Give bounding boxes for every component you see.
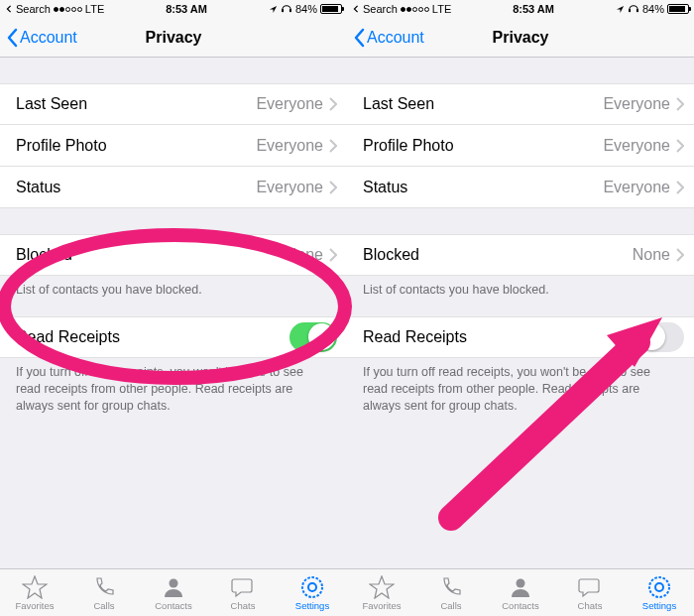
signal-strength-icon: [401, 7, 429, 12]
row-blocked[interactable]: Blocked None: [347, 234, 694, 276]
nav-back-label: Account: [367, 29, 424, 47]
tab-label: Settings: [295, 600, 329, 611]
svg-point-13: [655, 583, 663, 591]
nav-title: Privacy: [146, 29, 202, 47]
tab-favorites[interactable]: Favorites: [0, 569, 69, 616]
row-label: Profile Photo: [16, 137, 256, 155]
back-to-app-chevron-icon: [352, 5, 360, 13]
status-time: 8:53 AM: [166, 3, 207, 15]
row-read-receipts: Read Receipts: [0, 316, 347, 358]
contact-icon: [509, 575, 532, 599]
row-label: Status: [363, 179, 603, 196]
chevron-right-icon: [676, 248, 684, 262]
location-icon: [616, 5, 625, 14]
row-label: Blocked: [16, 246, 286, 264]
status-bar: Search LTE 8:53 AM 84%: [0, 0, 347, 18]
svg-point-12: [649, 577, 669, 597]
tab-bar: Favorites Calls Contacts Chats Settings: [347, 568, 694, 616]
tab-label: Contacts: [502, 600, 539, 611]
tab-settings[interactable]: Settings: [278, 569, 347, 616]
blocked-footer: List of contacts you have blocked.: [347, 276, 694, 299]
row-value: Everyone: [603, 137, 670, 155]
chevron-right-icon: [329, 139, 337, 153]
nav-back-button[interactable]: Account: [353, 28, 424, 48]
row-profile-photo[interactable]: Profile Photo Everyone: [347, 125, 694, 167]
row-value: Everyone: [603, 179, 670, 196]
row-label: Last Seen: [363, 95, 603, 113]
chevron-left-icon: [353, 28, 365, 48]
row-status[interactable]: Status Everyone: [347, 167, 694, 208]
row-label: Status: [16, 179, 256, 196]
nav-back-button[interactable]: Account: [6, 28, 77, 48]
chevron-right-icon: [676, 181, 684, 194]
tab-label: Chats: [231, 600, 256, 611]
nav-bar: Account Privacy: [0, 18, 347, 58]
svg-marker-7: [617, 5, 624, 12]
battery-icon: [667, 4, 689, 14]
row-value: Everyone: [256, 179, 323, 196]
read-receipts-footer: If you turn off read receipts, you won't…: [0, 358, 347, 415]
tab-contacts[interactable]: Contacts: [139, 569, 208, 616]
read-receipts-section: Read Receipts: [347, 316, 694, 358]
tab-calls[interactable]: Calls: [416, 569, 486, 616]
row-last-seen[interactable]: Last Seen Everyone: [347, 83, 694, 125]
star-icon: [22, 575, 48, 599]
tab-favorites[interactable]: Favorites: [347, 569, 416, 616]
phone-screen-left: Search LTE 8:53 AM 84% Account Privacy L…: [0, 0, 347, 616]
blocked-section: Blocked None: [0, 234, 347, 276]
row-value: None: [633, 246, 670, 264]
svg-rect-9: [636, 9, 638, 12]
chevron-right-icon: [329, 181, 337, 194]
row-value: None: [286, 246, 323, 264]
tab-contacts[interactable]: Contacts: [486, 569, 555, 616]
svg-rect-1: [282, 9, 284, 12]
read-receipts-section: Read Receipts: [0, 316, 347, 358]
back-to-app-label[interactable]: Search: [16, 3, 51, 15]
nav-title: Privacy: [493, 29, 549, 47]
row-label: Blocked: [363, 246, 633, 264]
chat-icon: [577, 575, 603, 599]
chevron-right-icon: [329, 248, 337, 262]
chevron-left-icon: [6, 28, 18, 48]
chevron-right-icon: [676, 139, 684, 153]
headphones-icon: [281, 4, 292, 14]
row-status[interactable]: Status Everyone: [0, 167, 347, 208]
phone-screen-right: Search LTE 8:53 AM 84% Account Privacy L…: [347, 0, 694, 616]
carrier-label: LTE: [432, 3, 451, 15]
blocked-footer: List of contacts you have blocked.: [0, 276, 347, 299]
svg-rect-2: [289, 9, 291, 12]
row-value: Everyone: [256, 95, 323, 113]
svg-point-11: [517, 578, 525, 587]
tab-calls[interactable]: Calls: [69, 569, 139, 616]
back-to-app-chevron-icon: [5, 5, 13, 13]
phone-icon: [92, 575, 116, 599]
tab-label: Contacts: [155, 600, 192, 611]
svg-point-6: [308, 583, 316, 591]
svg-marker-3: [23, 576, 47, 598]
status-time: 8:53 AM: [513, 3, 554, 15]
tab-label: Settings: [642, 600, 676, 611]
svg-marker-0: [270, 5, 277, 12]
tab-chats[interactable]: Chats: [208, 569, 278, 616]
battery-percent: 84%: [642, 3, 664, 15]
privacy-section: Last Seen Everyone Profile Photo Everyon…: [347, 83, 694, 208]
svg-marker-10: [370, 576, 394, 598]
row-blocked[interactable]: Blocked None: [0, 234, 347, 276]
headphones-icon: [628, 4, 639, 14]
tab-chats[interactable]: Chats: [555, 569, 625, 616]
tab-settings[interactable]: Settings: [625, 569, 694, 616]
read-receipts-toggle[interactable]: [289, 322, 337, 352]
tab-label: Chats: [578, 600, 603, 611]
carrier-label: LTE: [85, 3, 104, 15]
row-last-seen[interactable]: Last Seen Everyone: [0, 83, 347, 125]
gear-icon: [647, 575, 671, 599]
signal-strength-icon: [54, 7, 82, 12]
battery-percent: 84%: [295, 3, 317, 15]
blocked-section: Blocked None: [347, 234, 694, 276]
row-profile-photo[interactable]: Profile Photo Everyone: [0, 125, 347, 167]
row-label: Profile Photo: [363, 137, 603, 155]
read-receipts-toggle[interactable]: [636, 322, 684, 352]
status-bar: Search LTE 8:53 AM 84%: [347, 0, 694, 18]
svg-point-4: [170, 578, 178, 587]
back-to-app-label[interactable]: Search: [363, 3, 398, 15]
